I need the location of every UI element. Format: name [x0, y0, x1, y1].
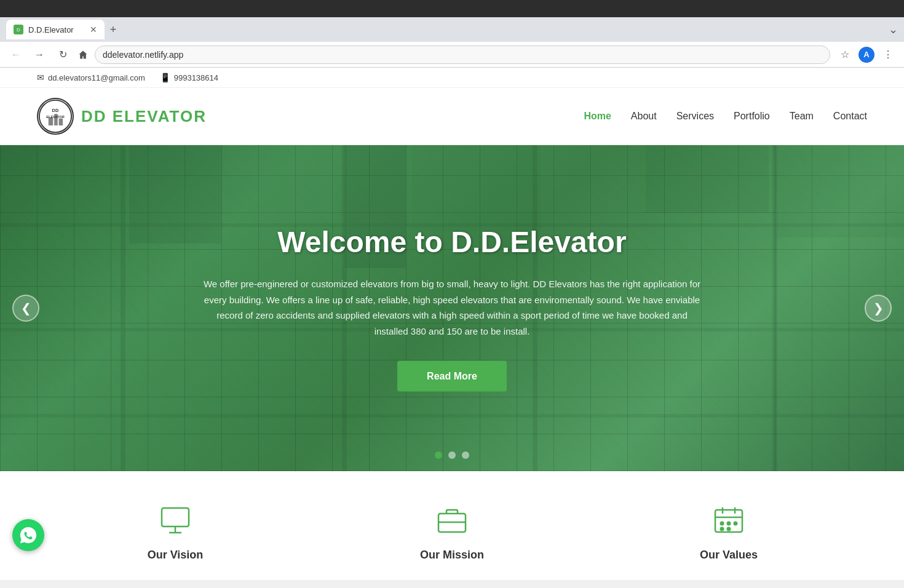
tab-close-button[interactable]: ✕ — [90, 25, 97, 34]
nav-item-home[interactable]: Home — [584, 111, 611, 122]
nav-item-contact[interactable]: Contact — [833, 111, 867, 122]
briefcase-icon — [435, 504, 469, 537]
nav-reload-button[interactable]: ↻ — [54, 46, 71, 63]
svg-point-39 — [728, 522, 731, 525]
svg-rect-8 — [228, 145, 338, 219]
nav-link-contact[interactable]: Contact — [833, 111, 867, 121]
site-header: DD ELEVATOR DD ELEVATOR Home About Servi… — [0, 88, 904, 145]
address-input[interactable] — [95, 46, 830, 64]
slider-dot-1[interactable] — [435, 451, 442, 459]
slider-dot-3[interactable] — [462, 451, 469, 459]
hero-title: Welcome to D.D.Elevator — [200, 225, 704, 259]
logo-text: DD ELEVATOR — [81, 107, 207, 126]
browser-topbar — [0, 0, 904, 17]
bookmark-icon[interactable]: ☆ — [836, 46, 854, 63]
tab-favicon: D — [14, 25, 23, 34]
feature-values: Our Values — [590, 496, 867, 568]
website-content: ✉ dd.elevators11@gmail.com 📱 9993138614 … — [0, 68, 904, 580]
arrow-left-icon: ❮ — [21, 301, 31, 316]
nav-link-home[interactable]: Home — [584, 111, 611, 121]
hero-content: Welcome to D.D.Elevator We offer pre-eng… — [175, 225, 729, 392]
svg-point-38 — [721, 522, 724, 525]
nav-item-about[interactable]: About — [631, 111, 657, 122]
user-avatar[interactable]: A — [858, 47, 874, 63]
svg-rect-29 — [162, 508, 189, 526]
vision-icon — [157, 502, 194, 539]
svg-rect-5 — [59, 119, 63, 125]
svg-rect-10 — [412, 145, 535, 231]
vision-title: Our Vision — [49, 549, 301, 562]
browser-menu-icon[interactable]: ⋮ — [879, 46, 897, 63]
nav-link-about[interactable]: About — [631, 111, 657, 121]
browser-chrome: D D.D.Elevator ✕ + ⌄ ← → ↻ ☆ A ⋮ ✉ dd.el… — [0, 0, 904, 580]
hero-cta-button[interactable]: Read More — [397, 361, 507, 392]
slider-prev-button[interactable]: ❮ — [12, 295, 39, 322]
email-icon: ✉ — [37, 73, 44, 82]
address-bar-icons: ☆ A ⋮ — [836, 46, 897, 63]
whatsapp-icon — [19, 526, 38, 544]
slider-next-button[interactable]: ❯ — [865, 295, 892, 322]
nav-item-services[interactable]: Services — [676, 111, 714, 122]
mission-icon — [434, 502, 470, 539]
new-tab-button[interactable]: + — [105, 21, 122, 38]
svg-point-42 — [728, 528, 731, 531]
phone-text: 9993138614 — [174, 73, 218, 82]
nav-link-portfolio[interactable]: Portfolio — [734, 111, 770, 121]
main-nav: Home About Services Portfolio Team Conta… — [584, 111, 867, 122]
tab-bar-end: ⌄ — [889, 23, 898, 36]
arrow-right-icon: ❯ — [873, 301, 884, 316]
browser-tabbar: D D.D.Elevator ✕ + ⌄ — [0, 17, 904, 42]
nav-forward-button[interactable]: → — [31, 46, 48, 63]
values-title: Our Values — [603, 549, 855, 562]
nav-link-services[interactable]: Services — [676, 111, 714, 121]
tab-menu-button[interactable]: ⌄ — [889, 23, 898, 36]
logo-icon: DD ELEVATOR — [37, 98, 74, 135]
slider-dot-2[interactable] — [448, 451, 456, 459]
svg-point-41 — [721, 528, 724, 531]
whatsapp-button[interactable] — [12, 519, 44, 551]
nav-links-list: Home About Services Portfolio Team Conta… — [584, 111, 867, 122]
email-info: ✉ dd.elevators11@gmail.com — [37, 73, 145, 82]
svg-rect-4 — [54, 114, 58, 125]
nav-back-button[interactable]: ← — [7, 46, 25, 63]
tab-title: D.D.Elevator — [28, 25, 74, 34]
nav-item-portfolio[interactable]: Portfolio — [734, 111, 770, 122]
calendar-icon — [712, 504, 745, 537]
feature-mission: Our Mission — [314, 496, 590, 568]
top-info-bar: ✉ dd.elevators11@gmail.com 📱 9993138614 — [0, 68, 904, 88]
mission-title: Our Mission — [326, 549, 578, 562]
phone-info: 📱 9993138614 — [160, 73, 218, 82]
svg-point-40 — [734, 522, 737, 525]
hero-slider: ❮ Welcome to D.D.Elevator We offer pre-e… — [0, 145, 904, 471]
hero-description: We offer pre-enginered or customized ele… — [200, 276, 704, 339]
svg-rect-3 — [49, 117, 53, 125]
svg-rect-12 — [646, 145, 769, 213]
slider-dots — [435, 451, 469, 459]
feature-vision: Our Vision — [37, 496, 314, 568]
browser-tab-active[interactable]: D D.D.Elevator ✕ — [6, 20, 105, 39]
home-button[interactable] — [77, 49, 89, 60]
svg-rect-6 — [0, 145, 123, 225]
logo-area: DD ELEVATOR DD ELEVATOR — [37, 98, 207, 135]
nav-item-team[interactable]: Team — [790, 111, 814, 122]
features-section: Our Vision Our Mission — [0, 471, 904, 580]
values-icon — [710, 502, 747, 539]
nav-link-team[interactable]: Team — [790, 111, 814, 121]
svg-text:DD: DD — [52, 108, 59, 113]
phone-icon: 📱 — [160, 73, 170, 82]
monitor-icon — [159, 504, 192, 537]
email-text: dd.elevators11@gmail.com — [48, 73, 145, 82]
address-bar: ← → ↻ ☆ A ⋮ — [0, 42, 904, 68]
